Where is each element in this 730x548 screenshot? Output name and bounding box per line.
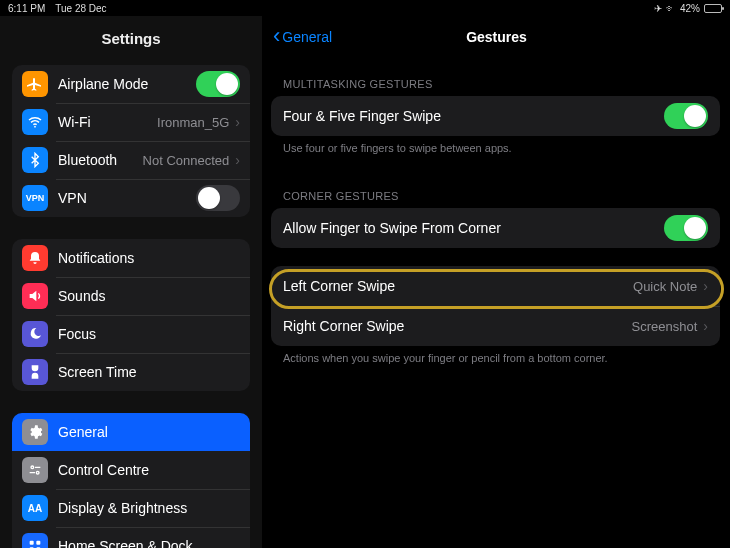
row-value: Quick Note: [633, 279, 697, 294]
row-label: Allow Finger to Swipe From Corner: [283, 220, 664, 236]
sidebar-item-vpn[interactable]: VPN VPN: [12, 179, 250, 217]
section-footer: Actions when you swipe your finger or pe…: [271, 346, 720, 364]
svg-rect-5: [30, 541, 34, 545]
bluetooth-value: Not Connected: [143, 153, 230, 168]
row-label: Four & Five Finger Swipe: [283, 108, 664, 124]
chevron-right-icon: ›: [235, 152, 240, 168]
wifi-icon: [22, 109, 48, 135]
wifi-icon: ᯤ: [666, 3, 676, 14]
battery-pct: 42%: [680, 3, 700, 14]
sidebar-item-sounds[interactable]: Sounds: [12, 277, 250, 315]
sidebar-item-label: Wi-Fi: [58, 114, 157, 130]
sidebar-item-general[interactable]: General: [12, 413, 250, 451]
sidebar-item-label: Control Centre: [58, 462, 240, 478]
section-corner: CORNER GESTURES Allow Finger to Swipe Fr…: [271, 178, 720, 248]
chevron-right-icon: ›: [235, 114, 240, 130]
gear-icon: [22, 419, 48, 445]
row-label: Right Corner Swipe: [283, 318, 632, 334]
sounds-icon: [22, 283, 48, 309]
vpn-icon: VPN: [22, 185, 48, 211]
row-allow-corner[interactable]: Allow Finger to Swipe From Corner: [271, 208, 720, 248]
section-header: CORNER GESTURES: [271, 178, 720, 208]
sidebar-title: Settings: [0, 16, 262, 65]
sidebar-item-display[interactable]: AA Display & Brightness: [12, 489, 250, 527]
row-left-corner[interactable]: Left Corner Swipe Quick Note ›: [271, 266, 720, 306]
svg-point-0: [34, 126, 36, 128]
sidebar-group-notifications: Notifications Sounds Focus: [12, 239, 250, 391]
focus-icon: [22, 321, 48, 347]
sidebar-item-wifi[interactable]: Wi-Fi Ironman_5G ›: [12, 103, 250, 141]
chevron-right-icon: ›: [703, 318, 708, 334]
sidebar-item-label: Sounds: [58, 288, 240, 304]
chevron-right-icon: ›: [703, 278, 708, 294]
svg-point-1: [31, 466, 34, 469]
sidebar-item-label: Home Screen & Dock: [58, 538, 240, 548]
svg-rect-6: [36, 541, 40, 545]
home-screen-icon: [22, 533, 48, 548]
sidebar-group-device: General Control Centre AA Display & Brig…: [12, 413, 250, 548]
sidebar-item-label: Notifications: [58, 250, 240, 266]
status-bar: 6:11 PM Tue 28 Dec ✈ ᯤ 42%: [0, 0, 730, 16]
sidebar-item-label: Screen Time: [58, 364, 240, 380]
vpn-toggle[interactable]: [196, 185, 240, 211]
section-footer: Use four or five fingers to swipe betwee…: [271, 136, 720, 154]
sidebar-item-notifications[interactable]: Notifications: [12, 239, 250, 277]
sidebar-item-airplane[interactable]: Airplane Mode: [12, 65, 250, 103]
status-date: Tue 28 Dec: [55, 3, 106, 14]
sidebar-item-label: Display & Brightness: [58, 500, 240, 516]
bluetooth-icon: [22, 147, 48, 173]
detail-nav: ‹ General Gestures: [263, 16, 730, 58]
sidebar-item-control-centre[interactable]: Control Centre: [12, 451, 250, 489]
notifications-icon: [22, 245, 48, 271]
sidebar-item-label: Bluetooth: [58, 152, 143, 168]
sidebar-item-home-screen[interactable]: Home Screen & Dock: [12, 527, 250, 548]
sidebar: Settings Airplane Mode Wi-Fi Ironman_5G: [0, 16, 262, 548]
display-icon: AA: [22, 495, 48, 521]
sidebar-group-connectivity: Airplane Mode Wi-Fi Ironman_5G › Bluetoo…: [12, 65, 250, 217]
four-five-toggle[interactable]: [664, 103, 708, 129]
row-value: Screenshot: [632, 319, 698, 334]
airplane-icon: [22, 71, 48, 97]
status-time: 6:11 PM: [8, 3, 45, 14]
section-header: MULTITASKING GESTURES: [271, 66, 720, 96]
airplane-toggle[interactable]: [196, 71, 240, 97]
row-four-five-finger[interactable]: Four & Five Finger Swipe: [271, 96, 720, 136]
wifi-value: Ironman_5G: [157, 115, 229, 130]
sidebar-item-screen-time[interactable]: Screen Time: [12, 353, 250, 391]
section-corner-actions: Left Corner Swipe Quick Note › Right Cor…: [271, 266, 720, 364]
row-right-corner[interactable]: Right Corner Swipe Screenshot ›: [271, 306, 720, 346]
sidebar-item-label: VPN: [58, 190, 196, 206]
allow-corner-toggle[interactable]: [664, 215, 708, 241]
sidebar-item-label: Airplane Mode: [58, 76, 196, 92]
detail-pane: ‹ General Gestures MULTITASKING GESTURES…: [262, 16, 730, 548]
control-centre-icon: [22, 457, 48, 483]
battery-icon: [704, 4, 722, 13]
sidebar-item-bluetooth[interactable]: Bluetooth Not Connected ›: [12, 141, 250, 179]
sidebar-item-label: Focus: [58, 326, 240, 342]
sidebar-item-label: General: [58, 424, 240, 440]
svg-point-3: [36, 471, 39, 474]
airplane-icon: ✈: [654, 3, 662, 14]
sidebar-item-focus[interactable]: Focus: [12, 315, 250, 353]
section-multitasking: MULTITASKING GESTURES Four & Five Finger…: [271, 66, 720, 154]
detail-title: Gestures: [263, 29, 730, 45]
screen-time-icon: [22, 359, 48, 385]
row-label: Left Corner Swipe: [283, 278, 633, 294]
